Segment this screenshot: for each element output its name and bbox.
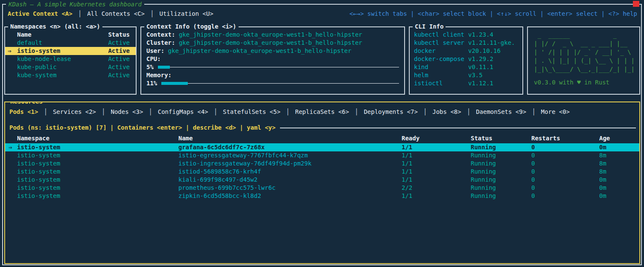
cli-tool-name: docker-compose xyxy=(414,55,468,63)
context-info-panel-title: Context Info (toggle <i>) xyxy=(144,23,239,31)
pod-ready: 1/1 xyxy=(402,143,471,151)
kdash-terminal: KDash – A simple Kubernetes dashboard Ac… xyxy=(0,0,644,267)
pod-row[interactable]: ⇒istio-systemgrafana-6c5dc6df7c-7z68x1/1… xyxy=(5,143,639,151)
context-info-panel[interactable]: Context Info (toggle <i>) Context: gke_j… xyxy=(140,26,405,95)
logo-line: _ ______ _ xyxy=(534,31,639,39)
namespace-row[interactable]: kube-publicActive xyxy=(5,63,136,71)
pod-row[interactable]: istio-systemistiod-5689858c76-krh4f1/1Ru… xyxy=(5,168,639,176)
namespaces-col-status: Status xyxy=(108,31,130,39)
logo-line: |_|\_\____/ \__,_|___/_| |_| xyxy=(534,65,639,73)
tab-all-contexts[interactable]: All Contexts <C> xyxy=(87,10,145,18)
resource-tab-services[interactable]: Services <2> xyxy=(53,108,96,116)
resource-tab-nodes[interactable]: Nodes <3> xyxy=(111,108,143,116)
pods-col-name: Name xyxy=(178,134,402,142)
cli-tool-version: v1.23.4 xyxy=(468,31,493,39)
pod-ready: 1/1 xyxy=(402,192,471,200)
resources-panel[interactable]: Resources Pods <1>│Services <2>│Nodes <3… xyxy=(4,102,640,264)
pod-namespace: istio-system xyxy=(17,184,178,192)
logo-panel: _ ______ _ | |/ / _ \ __ _ ___| |__ | ' … xyxy=(527,26,640,95)
resource-tab-daemonsets[interactable]: DaemonSets <9> xyxy=(476,108,526,116)
cli-tool-name: kind xyxy=(414,63,468,71)
namespace-row[interactable]: ⇒istio-systemActive xyxy=(5,47,136,55)
selection-arrow-icon xyxy=(5,160,17,168)
pod-row[interactable]: istio-systemistio-egressgateway-7767fbfc… xyxy=(5,151,639,160)
pod-age: 8m xyxy=(599,168,639,176)
resource-tab-pods[interactable]: Pods <1> xyxy=(9,108,38,116)
cli-tool-version: v20.10.16 xyxy=(468,47,501,55)
resource-tab-configmaps[interactable]: ConfigMaps <4> xyxy=(158,108,208,116)
resource-tab-divider: │ xyxy=(44,108,47,116)
namespaces-table-body: defaultActive⇒istio-systemActivekube-nod… xyxy=(5,39,136,79)
pod-row[interactable]: istio-systemprometheus-699b7cc575-lwr6c2… xyxy=(5,184,639,192)
resource-tab-divider: │ xyxy=(102,108,105,116)
tab-divider: │ xyxy=(78,10,82,18)
cli-tool-version: v1.29.2 xyxy=(468,55,493,63)
resource-tab-statefulsets[interactable]: StatefulSets <5> xyxy=(223,108,280,116)
pods-col-restarts: Restarts xyxy=(531,134,599,142)
resource-tab-replicasets[interactable]: ReplicaSets <6> xyxy=(295,108,349,116)
pod-age: 0m xyxy=(599,184,639,192)
pod-row[interactable]: istio-systemzipkin-6cd5d58bcc-kl8d21/1Ru… xyxy=(5,192,639,200)
cli-tool-row: kubectl clientv1.23.4 xyxy=(414,31,517,39)
pod-name: kiali-699f98c497-d45w2 xyxy=(178,176,402,184)
cluster-value: gke_jhipster-demo-okta_europe-west1-b_he… xyxy=(179,39,362,46)
cluster-label: Cluster: xyxy=(146,39,175,46)
pods-table-header: Namespace Name Ready Status Restarts Age xyxy=(5,134,639,142)
pod-restarts: 0 xyxy=(531,176,599,184)
pod-row[interactable]: istio-systemistio-ingressgateway-76df49f… xyxy=(5,160,639,168)
pod-status: Running xyxy=(471,192,531,200)
namespace-row[interactable]: kube-systemActive xyxy=(5,71,136,79)
memory-percent: 11% xyxy=(146,79,157,87)
pod-ready: 1/1 xyxy=(402,168,471,176)
pod-namespace: istio-system xyxy=(17,168,178,176)
cli-tool-name: kubectl server xyxy=(414,39,468,47)
pod-ready: 1/1 xyxy=(402,160,471,168)
pods-subpanel-header: Pods (ns: istio-system) [7] | Containers… xyxy=(9,124,636,132)
context-info-body: Context: gke_jhipster-demo-okta_europe-w… xyxy=(141,27,404,87)
pods-col-age: Age xyxy=(599,134,639,142)
resource-tab-more[interactable]: More <0> xyxy=(541,108,570,116)
cluster-field: Cluster: gke_jhipster-demo-okta_europe-w… xyxy=(146,39,399,47)
cli-tool-name: docker xyxy=(414,47,468,55)
namespaces-panel[interactable]: Namespaces <n> (all: <a>) Name Status de… xyxy=(4,26,137,95)
resource-tab-jobs[interactable]: Jobs <8> xyxy=(432,108,461,116)
resource-tab-divider: │ xyxy=(149,108,152,116)
cli-tool-version: v0.11.1 xyxy=(468,63,493,71)
pods-col-status: Status xyxy=(471,134,531,142)
logo-body: _ ______ _ | |/ / _ \ __ _ ___| |__ | ' … xyxy=(528,27,639,87)
cli-tool-name: helm xyxy=(414,71,468,79)
info-panels-row: Namespaces <n> (all: <a>) Name Status de… xyxy=(4,26,640,93)
memory-label: Memory: xyxy=(146,71,399,79)
pods-col-ready: Ready xyxy=(402,134,471,142)
namespaces-col-name: Name xyxy=(17,31,32,39)
pod-restarts: 0 xyxy=(531,184,599,192)
pod-restarts: 0 xyxy=(531,151,599,160)
selection-arrow-icon xyxy=(5,176,17,184)
resource-tab-divider: │ xyxy=(214,108,217,116)
pod-namespace: istio-system xyxy=(17,160,178,168)
tab-active-context[interactable]: Active Context <A> xyxy=(8,10,73,18)
pod-name: istiod-5689858c76-krh4f xyxy=(178,168,402,176)
resource-tab-deployments[interactable]: Deployments <7> xyxy=(364,108,417,116)
pod-restarts: 0 xyxy=(531,168,599,176)
logo-line: | |/ / _ \ __ _ ___| |__ xyxy=(534,39,639,48)
selection-arrow-icon xyxy=(5,184,17,192)
pod-row[interactable]: istio-systemkiali-699f98c497-d45w21/1Run… xyxy=(5,176,639,184)
pod-ready: 1/1 xyxy=(402,151,471,160)
tab-utilization[interactable]: Utilization <U> xyxy=(159,10,213,18)
cli-info-panel[interactable]: CLI Info kubectl clientv1.23.4kubectl se… xyxy=(409,26,523,95)
namespace-row[interactable]: kube-node-leaseActive xyxy=(5,55,136,63)
user-label: User: xyxy=(146,47,164,54)
selection-arrow-icon xyxy=(5,151,17,160)
memory-gauge: 11% xyxy=(146,79,399,87)
app-version: v0.3.0 with ♥ in Rust xyxy=(534,78,639,87)
resources-panel-title: Resources xyxy=(8,102,45,106)
pod-status: Running xyxy=(471,176,531,184)
pod-ready: 1/1 xyxy=(402,176,471,184)
cli-tool-name: kubectl client xyxy=(414,31,468,39)
help-bar: <←→> switch tabs | <char> select block |… xyxy=(350,10,637,18)
pod-namespace: istio-system xyxy=(17,143,178,151)
pods-table-body: ⇒istio-systemgrafana-6c5dc6df7c-7z68x1/1… xyxy=(5,143,639,200)
namespace-row[interactable]: defaultActive xyxy=(5,39,136,47)
pod-age: 0m xyxy=(599,143,639,151)
